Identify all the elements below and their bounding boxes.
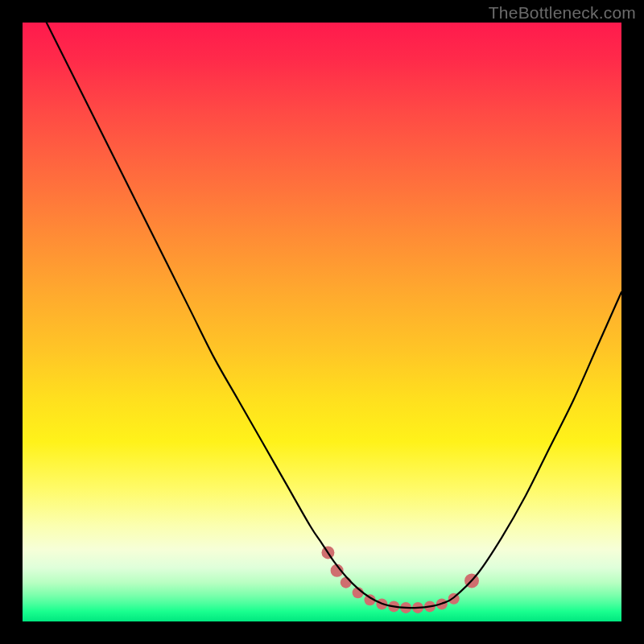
bottleneck-curve (47, 23, 621, 608)
highlight-dot (341, 577, 352, 588)
watermark-text: TheBottleneck.com (489, 3, 636, 23)
chart-frame: TheBottleneck.com (0, 0, 644, 644)
highlight-markers (321, 546, 479, 613)
chart-plot-area (23, 23, 621, 621)
chart-svg (23, 23, 621, 621)
